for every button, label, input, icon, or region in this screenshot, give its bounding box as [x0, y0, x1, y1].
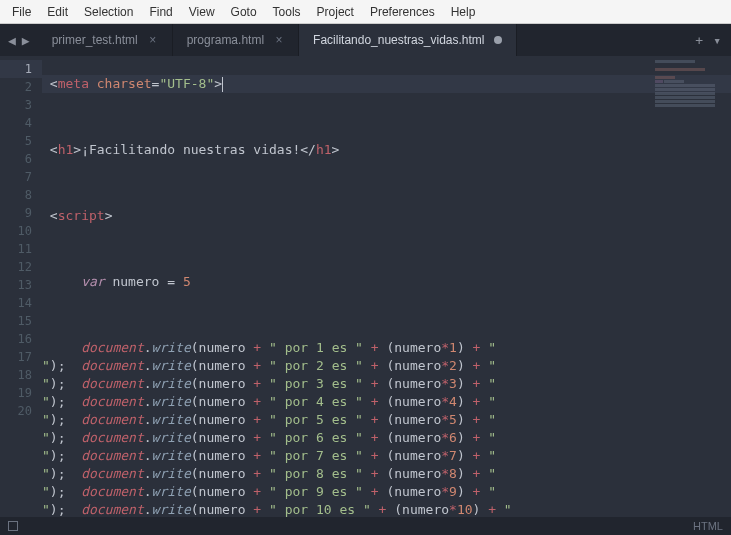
- statusbar-panel-icon[interactable]: [8, 521, 18, 531]
- tab-label: programa.html: [187, 33, 264, 47]
- code-line: <script>: [42, 207, 731, 225]
- code-line: [42, 306, 731, 324]
- close-icon[interactable]: ×: [148, 33, 158, 47]
- tab-programa[interactable]: programa.html ×: [173, 24, 299, 56]
- tab-facilitando[interactable]: Facilitando_nuestras_vidas.html: [299, 24, 517, 56]
- code-line: [42, 108, 731, 126]
- line-number: 10: [0, 222, 42, 240]
- menu-edit[interactable]: Edit: [39, 5, 76, 19]
- code-line: <h1>¡Facilitando nuestras vidas!</h1>: [42, 141, 731, 159]
- menu-tools[interactable]: Tools: [265, 5, 309, 19]
- line-number: 1: [0, 60, 42, 78]
- menu-help[interactable]: Help: [443, 5, 484, 19]
- line-number: 9: [0, 204, 42, 222]
- menu-find[interactable]: Find: [141, 5, 180, 19]
- line-number: 18: [0, 366, 42, 384]
- tab-dropdown-icon[interactable]: ▾: [713, 33, 721, 48]
- tab-label: primer_test.html: [52, 33, 138, 47]
- code-line: document.write(numero + " por 7 es " + (…: [42, 447, 731, 465]
- line-number: 2: [0, 78, 42, 96]
- line-number: 19: [0, 384, 42, 402]
- code-line: <meta charset="UTF-8">: [42, 75, 731, 93]
- line-number: 11: [0, 240, 42, 258]
- line-number: 3: [0, 96, 42, 114]
- nav-forward-icon[interactable]: ▶: [22, 33, 30, 48]
- menu-project[interactable]: Project: [309, 5, 362, 19]
- nav-back-icon[interactable]: ◀: [8, 33, 16, 48]
- menu-selection[interactable]: Selection: [76, 5, 141, 19]
- line-number: 8: [0, 186, 42, 204]
- close-icon[interactable]: ×: [274, 33, 284, 47]
- code-line: var numero = 5: [42, 273, 731, 291]
- status-bar: HTML: [0, 517, 731, 535]
- code-line: document.write(numero + " por 9 es " + (…: [42, 483, 731, 501]
- editor-area[interactable]: 1 2 3 4 5 6 7 8 9 10 11 12 13 14 15 16 1…: [0, 56, 731, 517]
- line-gutter: 1 2 3 4 5 6 7 8 9 10 11 12 13 14 15 16 1…: [0, 56, 42, 517]
- line-number: 13: [0, 276, 42, 294]
- code-line: [42, 240, 731, 258]
- line-number: 5: [0, 132, 42, 150]
- code-line: document.write(numero + " por 1 es " + (…: [42, 339, 731, 357]
- menu-file[interactable]: File: [4, 5, 39, 19]
- code-line: document.write(numero + " por 2 es " + (…: [42, 357, 731, 375]
- tab-label: Facilitando_nuestras_vidas.html: [313, 33, 484, 47]
- code-line: [42, 174, 731, 192]
- tab-bar: ◀ ▶ primer_test.html × programa.html × F…: [0, 24, 731, 56]
- code-line: document.write(numero + " por 3 es " + (…: [42, 375, 731, 393]
- line-number: 16: [0, 330, 42, 348]
- code-line: document.write(numero + " por 5 es " + (…: [42, 411, 731, 429]
- code-line: document.write(numero + " por 6 es " + (…: [42, 429, 731, 447]
- menu-preferences[interactable]: Preferences: [362, 5, 443, 19]
- minimap[interactable]: [655, 60, 725, 110]
- line-number: 7: [0, 168, 42, 186]
- code-content[interactable]: <meta charset="UTF-8"> <h1>¡Facilitando …: [42, 56, 731, 517]
- line-number: 15: [0, 312, 42, 330]
- menu-goto[interactable]: Goto: [223, 5, 265, 19]
- line-number: 4: [0, 114, 42, 132]
- code-line: document.write(numero + " por 8 es " + (…: [42, 465, 731, 483]
- line-number: 20: [0, 402, 42, 420]
- dirty-dot-icon: [494, 36, 502, 44]
- line-number: 6: [0, 150, 42, 168]
- line-number: 14: [0, 294, 42, 312]
- nav-arrows: ◀ ▶: [0, 24, 38, 56]
- status-syntax[interactable]: HTML: [693, 520, 723, 532]
- line-number: 12: [0, 258, 42, 276]
- new-tab-icon[interactable]: +: [695, 33, 703, 48]
- line-number: 17: [0, 348, 42, 366]
- text-cursor: [222, 77, 223, 92]
- tab-primer-test[interactable]: primer_test.html ×: [38, 24, 173, 56]
- menu-view[interactable]: View: [181, 5, 223, 19]
- menu-bar: File Edit Selection Find View Goto Tools…: [0, 0, 731, 24]
- code-line: document.write(numero + " por 4 es " + (…: [42, 393, 731, 411]
